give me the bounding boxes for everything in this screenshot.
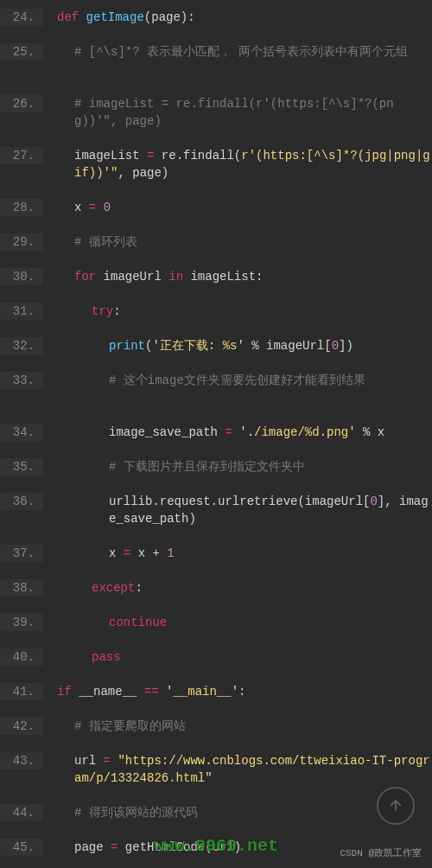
code-content[interactable]: url = "https://www.cnblogs.com/ttweixiao… <box>43 752 432 787</box>
token-fn: getImage <box>86 10 144 24</box>
token-var: __name__ <box>79 685 144 699</box>
scroll-top-button[interactable] <box>377 787 415 825</box>
token-num: 0 <box>332 339 339 353</box>
line-number: 40. <box>0 648 43 666</box>
line-number: 31. <box>0 303 43 320</box>
code-content[interactable]: imageList = re.findall(r'(https:[^\s]*?(… <box>43 147 432 182</box>
code-line: 40.pass <box>0 640 432 674</box>
line-number: 33. <box>0 372 43 389</box>
line-number: 34. <box>0 424 43 441</box>
code-line: 36.urllib.request.urlretrieve(imageUrl[0… <box>0 484 432 536</box>
token-com: # 循环列表 <box>74 235 137 249</box>
code-line: 35.# 下载图片并且保存到指定文件夹中 <box>0 450 432 484</box>
line-number: 28. <box>0 199 43 216</box>
line-number: 39. <box>0 614 43 631</box>
code-content[interactable]: # 得到该网站的源代码 <box>43 804 432 821</box>
code-line: 29.# 循环列表 <box>0 225 432 259</box>
line-number: 25. <box>0 43 43 61</box>
token-str: '__main__' <box>166 685 238 699</box>
code-content[interactable]: # imageList = re.findall(r'(https:[^\s]*… <box>43 95 432 130</box>
token-com: # 下载图片并且保存到指定文件夹中 <box>109 460 305 474</box>
arrow-up-icon <box>387 797 404 814</box>
token-op: = <box>111 840 125 854</box>
line-number: 26. <box>0 95 43 112</box>
token-var: x <box>74 201 89 214</box>
token-op: == <box>144 685 166 699</box>
token-var: : <box>135 581 142 595</box>
code-line: 44.# 得到该网站的源代码 <box>0 795 432 830</box>
code-content[interactable]: # 循环列表 <box>43 233 432 251</box>
token-var: : <box>238 685 245 699</box>
line-number: 42. <box>0 718 43 735</box>
token-kw: def <box>57 10 86 24</box>
token-kw: if <box>57 685 79 699</box>
token-op: = <box>89 201 104 214</box>
token-com: # 得到该网站的源代码 <box>74 806 198 820</box>
line-number: 43. <box>0 752 43 769</box>
token-fn: print <box>109 339 145 353</box>
code-content[interactable]: for imageUrl in imageList: <box>43 268 432 285</box>
token-str: '正在下载: %s' <box>152 339 244 353</box>
token-com: # [^\s]*? 表示最小匹配， 两个括号表示列表中有两个元组 <box>74 45 408 59</box>
token-num: 1 <box>167 546 174 560</box>
code-content[interactable]: def getImage(page): <box>43 9 432 26</box>
token-var: imageList <box>74 149 147 163</box>
token-var: x + <box>138 546 168 560</box>
token-kw: continue <box>109 616 167 629</box>
code-content[interactable]: image_save_path = './image/%d.png' % x <box>43 424 432 441</box>
token-var: x <box>109 546 124 560</box>
token-num: 0 <box>370 495 377 508</box>
code-line: 43.url = "https://www.cnblogs.com/ttweix… <box>0 744 432 795</box>
token-com: # 指定要爬取的网站 <box>74 719 186 733</box>
code-content[interactable]: # 指定要爬取的网站 <box>43 718 432 735</box>
code-content[interactable]: except: <box>43 579 432 597</box>
code-content[interactable]: x = x + 1 <box>43 545 432 562</box>
line-number: 36. <box>0 493 43 510</box>
token-var: page <box>74 840 111 854</box>
token-op: = <box>124 546 138 560</box>
line-number: 38. <box>0 579 43 597</box>
code-editor: 24.def getImage(page):25.# [^\s]*? 表示最小匹… <box>0 0 432 868</box>
code-line: 27.imageList = re.findall(r'(https:[^\s]… <box>0 138 432 190</box>
code-line: 31.try: <box>0 294 432 329</box>
code-line: 32.print('正在下载: %s' % imageUrl[0]) <box>0 329 432 363</box>
code-line: 34.image_save_path = './image/%d.png' % … <box>0 415 432 450</box>
token-op: = <box>104 754 118 768</box>
token-kw: try <box>92 304 113 318</box>
token-var: re.findall( <box>162 149 241 163</box>
code-content[interactable]: try: <box>43 303 432 320</box>
code-content[interactable]: print('正在下载: %s' % imageUrl[0]) <box>43 337 432 354</box>
token-kw: pass <box>92 650 121 664</box>
token-str: './image/%d.png' <box>239 425 355 439</box>
token-var: image_save_path <box>109 425 225 439</box>
code-content[interactable]: pass <box>43 648 432 666</box>
code-content[interactable]: # 这个image文件夹需要先创建好才能看到结果 <box>43 372 432 389</box>
code-content[interactable]: # [^\s]*? 表示最小匹配， 两个括号表示列表中有两个元组 <box>43 43 432 61</box>
code-content[interactable]: urllib.request.urlretrieve(imageUrl[0], … <box>43 493 432 527</box>
token-str: "https://www.cnblogs.com/ttweixiao-IT-pr… <box>74 754 430 785</box>
token-var: : <box>113 304 120 318</box>
code-line: 28.x = 0 <box>0 190 432 225</box>
code-content[interactable]: if __name__ == '__main__': <box>43 683 432 700</box>
code-line: 33.# 这个image文件夹需要先创建好才能看到结果 <box>0 363 432 415</box>
line-number: 30. <box>0 268 43 285</box>
token-num: 0 <box>104 201 111 214</box>
code-line: 25.# [^\s]*? 表示最小匹配， 两个括号表示列表中有两个元组 <box>0 35 432 86</box>
code-content[interactable]: x = 0 <box>43 199 432 216</box>
line-number: 24. <box>0 9 43 26</box>
code-line: 42.# 指定要爬取的网站 <box>0 709 432 744</box>
line-number: 35. <box>0 458 43 475</box>
token-var: url <box>74 754 104 768</box>
code-line: 26.# imageList = re.findall(r'(https:[^\… <box>0 86 432 138</box>
token-op: = <box>147 149 162 163</box>
watermark-center: www.9969.net <box>154 836 278 856</box>
token-kw: except <box>92 581 135 595</box>
code-content[interactable]: continue <box>43 614 432 631</box>
token-com: # 这个image文件夹需要先创建好才能看到结果 <box>109 373 365 387</box>
code-content[interactable]: # 下载图片并且保存到指定文件夹中 <box>43 458 432 475</box>
watermark-right: CSDN @政凯工作室 <box>340 846 422 859</box>
line-number: 29. <box>0 233 43 251</box>
token-kw: in <box>168 270 190 284</box>
line-number: 45. <box>0 839 43 856</box>
token-var: imageUrl <box>104 270 169 284</box>
